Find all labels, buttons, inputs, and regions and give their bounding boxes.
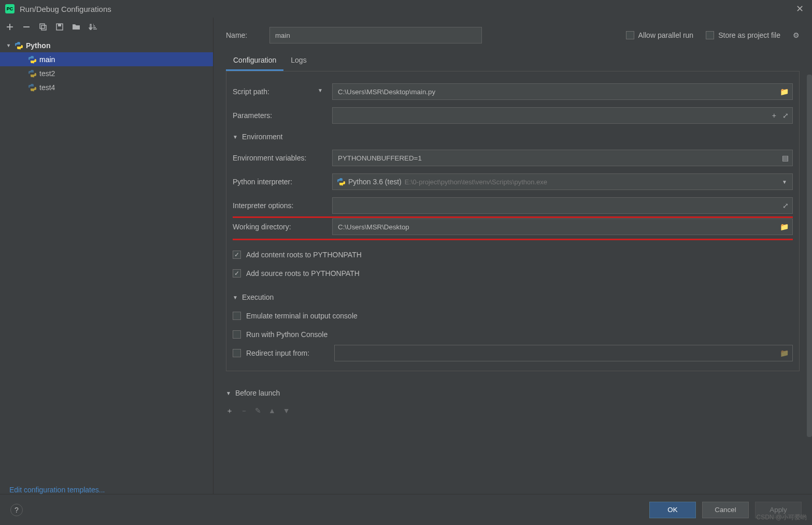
remove-config-icon[interactable] — [22, 22, 31, 32]
add-param-icon[interactable]: + — [772, 111, 776, 120]
python-icon — [28, 55, 36, 64]
titlebar: PC Run/Debug Configurations ✕ — [0, 0, 812, 18]
interpreter-name: Python 3.6 (test) — [348, 178, 402, 186]
tree-root-label: Python — [26, 41, 50, 50]
execution-section-label: Execution — [242, 293, 274, 301]
tree-item-test4[interactable]: test4 — [0, 80, 213, 94]
allow-parallel-label: Allow parallel run — [638, 31, 694, 39]
sidebar-toolbar — [0, 18, 213, 36]
tree-item-test2[interactable]: test2 — [0, 66, 213, 80]
store-project-checkbox[interactable]: Store as project file — [706, 31, 780, 39]
emulate-terminal-label: Emulate terminal in output console — [246, 312, 358, 320]
footer: ? OK Cancel Apply — [0, 494, 812, 525]
script-path-label: Script path: — [233, 88, 269, 96]
sidebar: ▾ Python main test2 test4 Edit configura… — [0, 18, 213, 494]
before-launch-section-header[interactable]: ▼ Before launch — [226, 384, 800, 402]
add-content-roots-label: Add content roots to PYTHONPATH — [246, 251, 362, 259]
add-config-icon[interactable] — [5, 22, 15, 32]
redirect-label: Redirect input from: — [246, 349, 329, 357]
edit-templates-link[interactable]: Edit configuration templates... — [0, 478, 213, 494]
window-title: Run/Debug Configurations — [20, 5, 793, 13]
close-icon[interactable]: ✕ — [793, 3, 807, 14]
allow-parallel-checkbox[interactable]: Allow parallel run — [626, 31, 694, 39]
interp-opts-input[interactable] — [332, 197, 793, 214]
script-path-input[interactable] — [332, 83, 793, 100]
run-console-label: Run with Python Console — [246, 330, 327, 339]
save-config-icon[interactable] — [55, 22, 64, 32]
tabs: Configuration Logs — [226, 51, 800, 71]
list-icon[interactable]: ▤ — [782, 154, 789, 162]
vertical-scrollbar[interactable] — [807, 75, 812, 437]
name-input[interactable] — [269, 27, 482, 43]
tab-configuration[interactable]: Configuration — [226, 51, 283, 71]
move-down-icon: ▼ — [283, 406, 290, 416]
parameters-label: Parameters: — [233, 111, 332, 120]
run-console-checkbox[interactable] — [233, 330, 241, 339]
python-icon — [28, 69, 36, 78]
interp-opts-label: Interpreter options: — [233, 201, 332, 210]
store-project-label: Store as project file — [718, 31, 780, 39]
environment-section-header[interactable]: ▼ Environment — [233, 127, 793, 146]
caret-down-icon: ▼ — [226, 390, 231, 396]
tree-item-label: main — [39, 55, 55, 64]
cancel-button[interactable]: Cancel — [702, 502, 749, 518]
content-pane: Name: Allow parallel run Store as projec… — [213, 18, 812, 494]
edit-task-icon: ✎ — [255, 406, 261, 416]
gear-icon[interactable]: ⚙ — [793, 31, 800, 39]
redirect-input-checkbox[interactable] — [233, 349, 241, 357]
svg-rect-4 — [58, 24, 61, 26]
svg-rect-1 — [40, 24, 45, 28]
execution-section-header[interactable]: ▼ Execution — [233, 288, 793, 307]
before-launch-label: Before launch — [235, 389, 280, 397]
caret-down-icon: ▼ — [233, 295, 238, 300]
add-source-roots-label: Add source roots to PYTHONPATH — [246, 269, 360, 278]
tree-item-label: test4 — [39, 83, 55, 92]
expand-icon[interactable]: ⤢ — [782, 111, 789, 120]
workdir-input[interactable] — [332, 218, 793, 235]
environment-section-label: Environment — [242, 133, 283, 141]
interpreter-select[interactable]: Python 3.6 (test) E:\0-project\python\te… — [332, 173, 793, 190]
name-label: Name: — [226, 31, 257, 39]
help-button[interactable]: ? — [10, 504, 23, 516]
emulate-terminal-checkbox[interactable] — [233, 312, 241, 320]
interpreter-label: Python interpreter: — [233, 178, 332, 186]
remove-task-icon: － — [240, 406, 248, 416]
sort-config-icon[interactable] — [88, 22, 97, 32]
workdir-label: Working directory: — [233, 223, 332, 231]
caret-down-icon: ▾ — [7, 42, 15, 48]
tab-logs[interactable]: Logs — [283, 51, 314, 71]
add-source-roots-checkbox[interactable] — [233, 269, 241, 278]
folder-icon: 📁 — [780, 349, 789, 357]
dropdown-icon: ▼ — [782, 179, 787, 185]
svg-rect-0 — [23, 26, 30, 27]
parameters-input[interactable] — [332, 107, 793, 124]
python-icon — [15, 41, 23, 50]
expand-icon[interactable]: ⤢ — [782, 201, 789, 210]
app-logo-icon: PC — [5, 4, 15, 13]
folder-icon[interactable]: 📁 — [780, 223, 789, 231]
tree-root-python[interactable]: ▾ Python — [0, 38, 213, 52]
tree-item-label: test2 — [39, 69, 55, 78]
env-vars-label: Environment variables: — [233, 154, 332, 162]
add-content-roots-checkbox[interactable] — [233, 251, 241, 259]
python-icon — [337, 178, 345, 186]
copy-config-icon[interactable] — [38, 22, 48, 32]
move-up-icon: ▲ — [268, 406, 276, 416]
configuration-form: Script path: ▼ 📁 Parameters: + ⤢ ▼ Env — [226, 71, 800, 371]
add-task-icon[interactable]: ＋ — [226, 406, 233, 416]
config-tree: ▾ Python main test2 test4 — [0, 36, 213, 478]
redirect-input — [334, 345, 793, 361]
script-path-mode-dropdown-icon[interactable]: ▼ — [318, 88, 323, 93]
ok-button[interactable]: OK — [649, 502, 696, 518]
tree-item-main[interactable]: main — [0, 52, 213, 66]
caret-down-icon: ▼ — [233, 134, 238, 140]
watermark: CSDN @小可爱哟 — [756, 513, 807, 522]
folder-icon[interactable]: 📁 — [780, 88, 789, 96]
folder-config-icon[interactable] — [72, 22, 81, 32]
interpreter-path: E:\0-project\python\test\venv\Scripts\py… — [405, 178, 547, 186]
svg-rect-2 — [41, 25, 46, 30]
python-icon — [28, 83, 36, 92]
env-vars-input[interactable] — [332, 150, 793, 166]
before-launch-toolbar: ＋ － ✎ ▲ ▼ — [226, 402, 800, 420]
